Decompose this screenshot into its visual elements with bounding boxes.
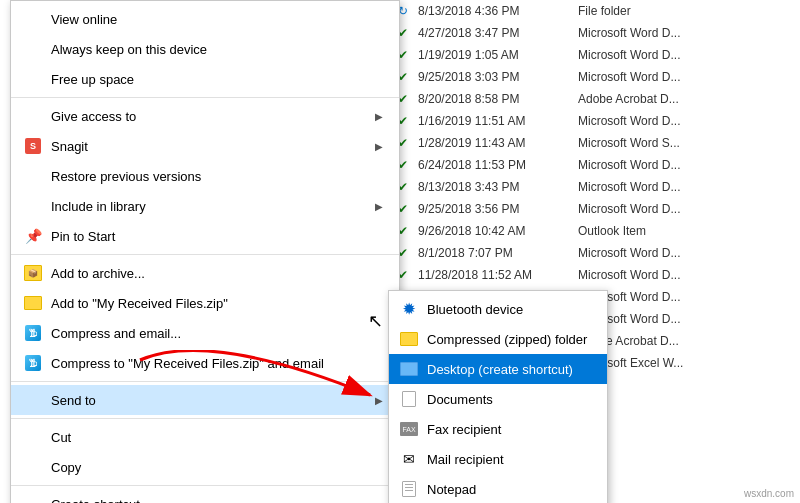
menu-item-send-to[interactable]: Send to▶ [11, 385, 399, 415]
sync-icon: ✔ [398, 202, 418, 216]
empty-icon [23, 166, 43, 186]
documents-icon [399, 389, 419, 409]
file-list-item: ✔6/24/2018 11:53 PMMicrosoft Word D... [390, 154, 800, 176]
submenu-arrow-icon: ▶ [375, 395, 383, 406]
submenu-arrow-icon: ▶ [375, 141, 383, 152]
submenu-arrow-icon: ▶ [375, 201, 383, 212]
sync-icon: ✔ [398, 70, 418, 84]
submenu-item-notepad[interactable]: Notepad [389, 474, 607, 503]
submenu-item-documents[interactable]: Documents [389, 384, 607, 414]
empty-icon [23, 39, 43, 59]
submenu-item-label: Documents [427, 392, 493, 407]
fax-icon: FAX [399, 419, 419, 439]
menu-item-free-up[interactable]: Free up space [11, 64, 399, 94]
menu-separator [11, 381, 399, 382]
file-list-item: ✔8/13/2018 3:43 PMMicrosoft Word D... [390, 176, 800, 198]
file-type: Microsoft Word S... [578, 136, 792, 150]
submenu-item-mail[interactable]: ✉Mail recipient [389, 444, 607, 474]
file-date: 8/20/2018 8:58 PM [418, 92, 578, 106]
submenu-item-fax[interactable]: FAXFax recipient [389, 414, 607, 444]
file-date: 8/13/2018 3:43 PM [418, 180, 578, 194]
file-date: 1/19/2019 1:05 AM [418, 48, 578, 62]
empty-icon [23, 390, 43, 410]
submenu-item-label: Desktop (create shortcut) [427, 362, 573, 377]
file-list-item: ✔1/28/2019 11:43 AMMicrosoft Word S... [390, 132, 800, 154]
menu-item-snagit[interactable]: SSnagit▶ [11, 131, 399, 161]
file-date: 1/16/2019 11:51 AM [418, 114, 578, 128]
menu-item-label: Always keep on this device [51, 42, 383, 57]
menu-item-label: Add to archive... [51, 266, 383, 281]
submenu-arrow-icon: ▶ [375, 111, 383, 122]
file-date: 9/25/2018 3:56 PM [418, 202, 578, 216]
menu-item-label: Give access to [51, 109, 375, 124]
bluetooth-icon: ✹ [399, 299, 419, 319]
sync-icon: ✔ [398, 180, 418, 194]
watermark: wsxdn.com [744, 488, 794, 499]
file-type: Microsoft Word D... [578, 114, 792, 128]
menu-item-add-archive[interactable]: 📦Add to archive... [11, 258, 399, 288]
menu-item-label: Pin to Start [51, 229, 383, 244]
zip-folder-icon [399, 329, 419, 349]
file-list-item: ↻8/13/2018 4:36 PMFile folder [390, 0, 800, 22]
menu-item-pin-start[interactable]: 📌Pin to Start [11, 221, 399, 251]
menu-item-view-online[interactable]: View online [11, 4, 399, 34]
file-date: 11/28/2018 11:52 AM [418, 268, 578, 282]
menu-item-create-shortcut[interactable]: Create shortcut [11, 489, 399, 503]
zip-icon [23, 293, 43, 313]
file-date: 8/1/2018 7:07 PM [418, 246, 578, 260]
file-list-item: ✔8/1/2018 7:07 PMMicrosoft Word D... [390, 242, 800, 264]
sync-icon: ✔ [398, 136, 418, 150]
file-type: Adobe Acrobat D... [578, 334, 792, 348]
menu-item-always-keep[interactable]: Always keep on this device [11, 34, 399, 64]
empty-icon [23, 69, 43, 89]
empty-icon [23, 457, 43, 477]
menu-item-add-zip[interactable]: Add to "My Received Files.zip" [11, 288, 399, 318]
file-type: Microsoft Excel W... [578, 356, 792, 370]
submenu-item-desktop[interactable]: Desktop (create shortcut) [389, 354, 607, 384]
menu-item-restore[interactable]: Restore previous versions [11, 161, 399, 191]
menu-separator [11, 254, 399, 255]
file-type: Microsoft Word D... [578, 48, 792, 62]
submenu-item-compressed[interactable]: Compressed (zipped) folder [389, 324, 607, 354]
file-type: Microsoft Word D... [578, 70, 792, 84]
file-date: 4/27/2018 3:47 PM [418, 26, 578, 40]
compress-icon: 🗜 [23, 353, 43, 373]
file-list-item: ✔9/25/2018 3:56 PMMicrosoft Word D... [390, 198, 800, 220]
menu-item-label: Compress to "My Received Files.zip" and … [51, 356, 383, 371]
file-list-item: ✔11/28/2018 11:52 AMMicrosoft Word D... [390, 264, 800, 286]
menu-item-label: Compress and email... [51, 326, 383, 341]
menu-item-label: View online [51, 12, 383, 27]
file-type: Microsoft Word D... [578, 26, 792, 40]
menu-item-label: Restore previous versions [51, 169, 383, 184]
menu-item-include-library[interactable]: Include in library▶ [11, 191, 399, 221]
desktop-icon [399, 359, 419, 379]
menu-item-compress-zip-email[interactable]: 🗜Compress to "My Received Files.zip" and… [11, 348, 399, 378]
sync-icon: ✔ [398, 48, 418, 62]
menu-item-label: Send to [51, 393, 375, 408]
file-date: 6/24/2018 11:53 PM [418, 158, 578, 172]
sendto-submenu: ✹Bluetooth deviceCompressed (zipped) fol… [388, 290, 608, 503]
file-type: File folder [578, 4, 792, 18]
file-type: Microsoft Word D... [578, 290, 792, 304]
sync-icon: ✔ [398, 246, 418, 260]
submenu-item-label: Mail recipient [427, 452, 504, 467]
sync-icon: ✔ [398, 268, 418, 282]
sync-icon: ↻ [398, 4, 418, 18]
menu-item-label: Free up space [51, 72, 383, 87]
submenu-item-bluetooth[interactable]: ✹Bluetooth device [389, 294, 607, 324]
menu-separator [11, 97, 399, 98]
menu-item-label: Cut [51, 430, 383, 445]
empty-icon [23, 196, 43, 216]
file-list-item: ✔9/25/2018 3:03 PMMicrosoft Word D... [390, 66, 800, 88]
file-list-item: ✔8/20/2018 8:58 PMAdobe Acrobat D... [390, 88, 800, 110]
file-type: Adobe Acrobat D... [578, 92, 792, 106]
file-list-item: ✔1/16/2019 11:51 AMMicrosoft Word D... [390, 110, 800, 132]
menu-item-compress-email[interactable]: 🗜Compress and email... [11, 318, 399, 348]
menu-item-give-access[interactable]: Give access to▶ [11, 101, 399, 131]
submenu-item-label: Compressed (zipped) folder [427, 332, 587, 347]
submenu-item-label: Bluetooth device [427, 302, 523, 317]
file-type: Outlook Item [578, 224, 792, 238]
menu-item-cut[interactable]: Cut [11, 422, 399, 452]
empty-icon [23, 9, 43, 29]
menu-item-copy[interactable]: Copy [11, 452, 399, 482]
